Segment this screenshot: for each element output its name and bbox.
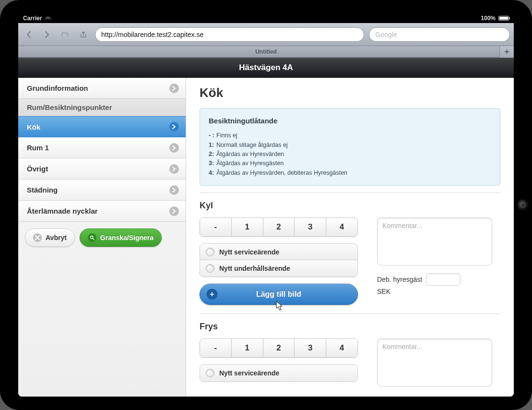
app-title: Hästvägen 4A	[239, 63, 293, 72]
back-button[interactable]	[22, 28, 35, 41]
chevron-right-icon	[169, 122, 179, 132]
ipad-home-button[interactable]	[518, 200, 528, 210]
sidebar-actions: Avbryt Granska/Signera	[18, 222, 186, 253]
sidebar-item-nycklar[interactable]: Återlämnade nycklar	[18, 201, 186, 222]
magnify-icon	[88, 233, 96, 242]
cancel-label: Avbryt	[46, 234, 67, 241]
add-image-label: Lägg till bild	[256, 290, 301, 299]
sidebar-item-label: Övrigt	[27, 165, 48, 173]
radio-icon	[206, 248, 214, 256]
radio-icon	[206, 369, 214, 377]
sidebar-item-ovrigt[interactable]: Övrigt	[18, 158, 186, 180]
info-key: 3:	[209, 159, 216, 168]
screen: Carrier 100% http://mobilarende.test2.c	[18, 13, 514, 397]
add-image-button[interactable]: + Lägg till bild	[200, 284, 358, 305]
rating-2[interactable]: 2	[263, 218, 295, 236]
rating-1[interactable]: 1	[232, 339, 263, 357]
radio-underhallsarende[interactable]: Nytt underhållsärende	[200, 260, 357, 277]
rating-3[interactable]: 3	[295, 339, 326, 357]
section-frys: Frys - 1 2 3 4	[200, 322, 500, 388]
rating-4[interactable]: 4	[326, 218, 357, 236]
rating-segmented: - 1 2 3 4	[200, 217, 358, 237]
content-area: Grundinformation Rum/Besiktningspunkter …	[18, 78, 514, 397]
forward-button[interactable]	[40, 28, 54, 41]
rating-3[interactable]: 3	[295, 218, 326, 236]
tab-bar: Untitled +	[18, 46, 514, 58]
rating-dash[interactable]: -	[200, 339, 232, 357]
bookmarks-icon[interactable]	[59, 28, 72, 41]
sidebar-item-label: Grundinformation	[27, 84, 88, 92]
tab-title[interactable]: Untitled	[255, 48, 277, 55]
sidebar: Grundinformation Rum/Besiktningspunkter …	[18, 78, 186, 397]
section-title: Kyl	[200, 201, 500, 211]
sidebar-item-rum1[interactable]: Rum 1	[18, 137, 186, 158]
section-kyl: Kyl - 1 2 3 4	[200, 201, 500, 314]
info-title: Besiktningutlåtande	[209, 115, 491, 126]
info-key: 1:	[209, 141, 216, 150]
comment-textarea[interactable]	[377, 217, 492, 265]
radio-label: Nytt serviceärende	[219, 369, 279, 377]
svg-point-0	[90, 236, 93, 239]
chevron-right-icon	[169, 206, 179, 216]
plus-icon: +	[207, 289, 217, 300]
deb-unit: SEK	[377, 288, 390, 295]
sidebar-item-kok[interactable]: Kök	[18, 116, 186, 137]
info-key: 4:	[209, 169, 216, 178]
info-val: Finns ej	[216, 131, 237, 140]
main-panel[interactable]: Kök Besiktningutlåtande - :Finns ej 1:No…	[186, 78, 514, 397]
divider	[200, 314, 500, 314]
review-sign-button[interactable]: Granska/Signera	[80, 229, 162, 247]
sidebar-item-label: Rum 1	[27, 144, 49, 152]
rating-dash[interactable]: -	[200, 218, 232, 236]
share-icon[interactable]	[77, 28, 90, 41]
issue-type-list: Nytt serviceärende Nytt underhållsärende	[200, 243, 358, 277]
review-label: Granska/Signera	[100, 234, 154, 241]
info-box: Besiktningutlåtande - :Finns ej 1:Normal…	[200, 108, 500, 186]
rating-2[interactable]: 2	[263, 339, 295, 357]
battery-icon	[498, 16, 509, 21]
radio-icon	[206, 264, 214, 273]
carrier-label: Carrier	[23, 15, 42, 22]
rating-4[interactable]: 4	[326, 339, 357, 357]
app-title-bar: Hästvägen 4A	[18, 58, 514, 78]
radio-label: Nytt underhållsärende	[219, 265, 290, 272]
sidebar-item-label: Städning	[27, 186, 58, 194]
chevron-right-icon	[169, 185, 179, 195]
rating-segmented: - 1 2 3 4	[200, 338, 358, 358]
status-bar: Carrier 100%	[18, 13, 514, 23]
ipad-frame: Carrier 100% http://mobilarende.test2.c	[0, 0, 532, 410]
chevron-right-icon	[169, 164, 179, 174]
sidebar-item-stadning[interactable]: Städning	[18, 180, 186, 201]
battery-pct: 100%	[481, 15, 496, 22]
chevron-right-icon	[169, 84, 179, 93]
radio-label: Nytt serviceärende	[219, 248, 279, 256]
issue-type-list: Nytt serviceärende	[200, 364, 358, 382]
info-key: - :	[209, 131, 216, 140]
rating-1[interactable]: 1	[232, 218, 263, 236]
deb-input[interactable]	[426, 273, 461, 286]
search-field[interactable]: Google	[369, 27, 510, 42]
cancel-icon	[33, 233, 42, 242]
sidebar-item-grundinformation[interactable]: Grundinformation	[18, 78, 186, 99]
page-heading: Kök	[200, 85, 500, 100]
new-tab-button[interactable]: +	[499, 46, 514, 58]
info-val: Åtgärdas av Hyresvärden	[216, 150, 284, 159]
section-title: Frys	[200, 322, 500, 332]
radio-servicearende[interactable]: Nytt serviceärende	[200, 365, 357, 381]
sidebar-item-label: Kök	[27, 123, 40, 131]
divider	[200, 193, 500, 193]
deb-row: Deb. hyresgäst	[377, 273, 500, 286]
cancel-button[interactable]: Avbryt	[25, 229, 75, 247]
sidebar-item-label: Rum/Besiktningspunkter	[27, 103, 112, 111]
info-key: 2:	[209, 150, 216, 159]
browser-toolbar: http://mobilarende.test2.capitex.se Goog…	[18, 23, 514, 46]
comment-textarea[interactable]	[377, 338, 492, 386]
url-field[interactable]: http://mobilarende.test2.capitex.se	[95, 27, 364, 42]
chevron-right-icon	[169, 143, 179, 153]
info-val: Åtgärdas av Hyresvärden, debiteras Hyres…	[216, 169, 347, 178]
wifi-icon	[45, 16, 51, 21]
deb-label: Deb. hyresgäst	[377, 276, 422, 283]
radio-servicearende[interactable]: Nytt serviceärende	[200, 244, 357, 260]
info-val: Normalt slitage åtgärdas ej	[216, 141, 288, 150]
sidebar-item-label: Återlämnade nycklar	[27, 207, 98, 215]
